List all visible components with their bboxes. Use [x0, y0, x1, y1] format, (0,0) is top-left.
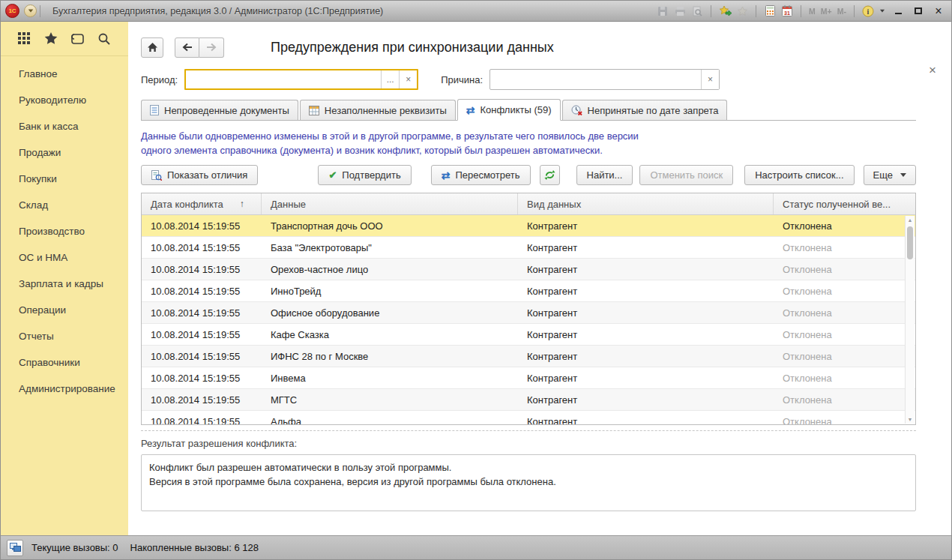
sidebar: ГлавноеРуководителюБанк и кассаПродажиПо… — [1, 22, 128, 535]
sidebar-item-3[interactable]: Продажи — [1, 139, 128, 166]
sidebar-item-9[interactable]: Операции — [1, 297, 128, 323]
sidebar-item-11[interactable]: Справочники — [1, 349, 128, 376]
sidebar-item-4[interactable]: Покупки — [1, 166, 128, 192]
column-header-data[interactable]: Данные — [262, 193, 518, 214]
search-icon[interactable] — [96, 31, 112, 47]
home-button[interactable] — [141, 37, 163, 58]
back-button[interactable] — [175, 37, 199, 58]
period-field-group: ... × — [184, 69, 418, 90]
reason-input[interactable] — [490, 70, 701, 89]
calculator-icon[interactable] — [763, 4, 777, 18]
table-scrollbar[interactable]: ▲ ▼ — [905, 216, 915, 424]
confirm-button[interactable]: ✔ Подтвердить — [318, 165, 411, 185]
sidebar-item-7[interactable]: ОС и НМА — [1, 244, 128, 271]
minimize-button[interactable] — [890, 4, 906, 18]
table-row[interactable]: 10.08.2014 15:19:55 ИнноТрейд Контрагент… — [142, 280, 915, 302]
period-clear-icon[interactable]: × — [399, 70, 417, 88]
memory-plus-button[interactable]: M+ — [820, 7, 833, 16]
cell-date: 10.08.2014 15:19:55 — [142, 280, 262, 301]
calendar-icon[interactable]: 31 — [780, 4, 794, 18]
favorites-star-icon[interactable] — [43, 31, 59, 47]
tab-rejected-by-date[interactable]: Непринятые по дате запрета — [562, 100, 728, 120]
result-text: Конфликт был разрешен автоматически в по… — [141, 454, 916, 511]
window-title: Бухгалтерия предприятия, редакция 3.0 / … — [52, 6, 383, 16]
column-header-date[interactable]: Дата конфликта ↑ — [142, 193, 262, 214]
table-row[interactable]: 10.08.2014 15:19:55 Альфа Контрагент Отк… — [142, 411, 915, 425]
period-label: Период: — [141, 74, 178, 85]
cancel-search-button[interactable]: Отменить поиск — [639, 165, 733, 185]
table-body: 10.08.2014 15:19:55 Транспортная дочь ОО… — [142, 215, 915, 425]
table-row[interactable]: 10.08.2014 15:19:55 Офисное оборудование… — [142, 302, 915, 324]
history-icon[interactable] — [70, 31, 86, 47]
memory-recall-button[interactable]: M — [808, 7, 816, 16]
column-header-kind[interactable]: Вид данных — [518, 193, 774, 214]
form-close-icon[interactable]: × — [929, 64, 936, 76]
scroll-down-icon[interactable]: ▼ — [906, 417, 915, 422]
splitter[interactable] — [141, 430, 916, 431]
close-button[interactable]: × — [930, 4, 947, 18]
result-label: Результат разрешения конфликта: — [141, 438, 916, 449]
tab-conflicts[interactable]: ⇄ Конфликты (59) — [457, 99, 561, 121]
sidebar-item-12[interactable]: Администрирование — [1, 376, 128, 402]
configure-list-button[interactable]: Настроить список... — [744, 165, 854, 185]
table-row[interactable]: 10.08.2014 15:19:55 Кафе Сказка Контраге… — [142, 324, 915, 346]
reason-clear-icon[interactable]: × — [701, 70, 719, 89]
cell-data: Кафе Сказка — [262, 324, 518, 345]
table-row[interactable]: 10.08.2014 15:19:55 Орехов-частное лицо … — [142, 259, 915, 280]
table-row[interactable]: 10.08.2014 15:19:55 МГТС Контрагент Откл… — [142, 389, 915, 411]
period-ellipsis-button[interactable]: ... — [381, 70, 399, 88]
info-icon[interactable]: i — [861, 4, 875, 18]
period-input[interactable] — [186, 70, 381, 88]
sidebar-item-8[interactable]: Зарплата и кадры — [1, 271, 128, 297]
session-menu-icon[interactable] — [24, 4, 37, 17]
conflicts-table: Дата конфликта ↑ Данные Вид данных Стату… — [141, 193, 916, 425]
table-row[interactable]: 10.08.2014 15:19:55 Транспортная дочь ОО… — [142, 215, 915, 237]
cell-data: ИнноТрейд — [262, 280, 518, 301]
sidebar-item-5[interactable]: Склад — [1, 192, 128, 218]
tab-unfilled-attributes[interactable]: Незаполненные реквизиты — [300, 100, 456, 120]
table-row[interactable]: 10.08.2014 15:19:55 База "Электротовары"… — [142, 237, 915, 259]
print-preview-icon[interactable] — [690, 4, 704, 18]
memory-minus-button[interactable]: M- — [837, 7, 847, 16]
maximize-button[interactable] — [910, 4, 927, 18]
save-icon[interactable] — [656, 4, 669, 18]
info-dropdown-icon[interactable] — [879, 4, 886, 18]
sidebar-item-1[interactable]: Руководителю — [1, 87, 128, 113]
refresh-button[interactable] — [540, 165, 560, 185]
tab-unposted-documents[interactable]: Непроведенные документы — [141, 100, 298, 120]
cell-data: База "Электротовары" — [262, 237, 518, 258]
review-button[interactable]: ⇄ Пересмотреть — [431, 165, 531, 185]
sidebar-item-6[interactable]: Производство — [1, 218, 128, 244]
cell-kind: Контрагент — [518, 237, 774, 258]
calls-monitor-icon[interactable] — [7, 540, 23, 556]
column-header-status[interactable]: Статус полученной ве... — [774, 193, 915, 214]
apps-grid-icon[interactable] — [16, 31, 33, 47]
table-row[interactable]: 10.08.2014 15:19:55 ИФНС 28 по г Москве … — [142, 346, 915, 367]
show-differences-button[interactable]: Показать отличия — [141, 165, 258, 185]
table-header: Дата конфликта ↑ Данные Вид данных Стату… — [142, 193, 915, 215]
cell-date: 10.08.2014 15:19:55 — [142, 346, 262, 367]
table-row[interactable]: 10.08.2014 15:19:55 Инвема Контрагент От… — [142, 367, 915, 389]
divider — [711, 5, 711, 17]
cell-data: ИФНС 28 по г Москве — [262, 346, 518, 367]
toolbar: Показать отличия ✔ Подтвердить ⇄ Пересмо… — [141, 165, 916, 185]
find-button[interactable]: Найти... — [576, 165, 633, 185]
sidebar-item-0[interactable]: Главное — [1, 61, 128, 87]
sidebar-item-10[interactable]: Отчеты — [1, 323, 128, 349]
favorites-icon[interactable] — [735, 4, 749, 18]
cell-data: Транспортная дочь ООО — [262, 215, 518, 236]
clock-denied-icon — [571, 105, 582, 115]
1c-logo-icon[interactable]: 1С — [5, 4, 19, 18]
scrollbar-thumb[interactable] — [907, 226, 913, 259]
add-favorite-icon[interactable] — [718, 4, 732, 18]
scroll-up-icon[interactable]: ▲ — [906, 217, 915, 223]
cell-date: 10.08.2014 15:19:55 — [142, 237, 262, 258]
print-icon[interactable] — [673, 4, 687, 18]
app-window: 1С Бухгалтерия предприятия, редакция 3.0… — [0, 0, 952, 560]
forward-button[interactable] — [199, 37, 224, 58]
cell-data: Альфа — [262, 411, 518, 425]
cell-data: Инвема — [262, 367, 518, 388]
more-button[interactable]: Еще — [864, 165, 916, 185]
sidebar-item-2[interactable]: Банк и касса — [1, 113, 128, 139]
cell-status: Отклонена — [774, 367, 915, 388]
